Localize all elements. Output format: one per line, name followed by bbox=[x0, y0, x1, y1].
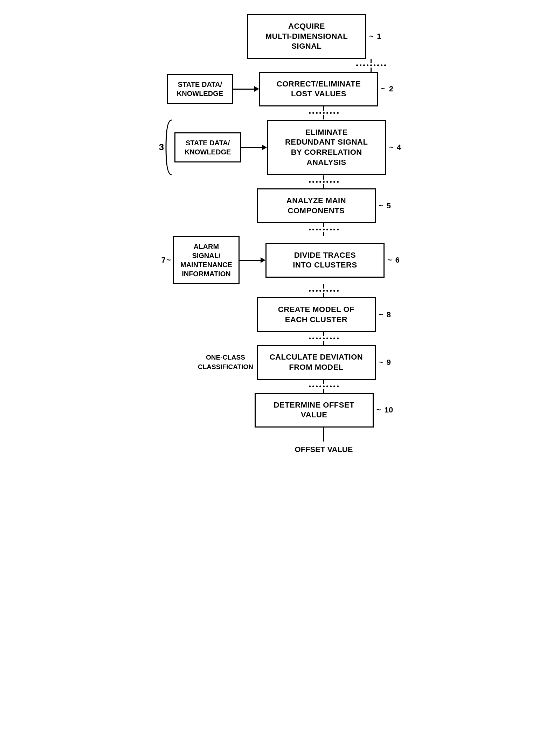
dots-1-2 bbox=[356, 59, 386, 72]
dots-9-10 bbox=[309, 380, 339, 393]
connector-8-9 bbox=[123, 332, 438, 345]
output-row: OFFSET VALUE bbox=[123, 442, 438, 454]
dots-2-4 bbox=[309, 106, 339, 119]
box-5-label: ANALYZE MAIN COMPONENTS bbox=[286, 196, 346, 215]
final-vline bbox=[323, 428, 324, 442]
output-label: OFFSET VALUE bbox=[295, 445, 353, 454]
box-6: DIVIDE TRACES INTO CLUSTERS bbox=[265, 243, 385, 278]
box-8: CREATE MODEL OF EACH CLUSTER bbox=[257, 297, 376, 332]
row-5: ANALYZE MAIN COMPONENTS ~ 5 bbox=[123, 188, 438, 223]
occ-label: ONE-CLASS CLASSIFICATION bbox=[198, 353, 253, 372]
row-1: ACQUIRE MULTI-DIMENSIONAL SIGNAL ~ 1 bbox=[123, 14, 438, 59]
row-9: ONE-CLASS CLASSIFICATION CALCULATE DEVIA… bbox=[123, 345, 438, 380]
ref-1: 1 bbox=[377, 32, 381, 41]
side-box-4-label: STATE DATA/ KNOWLEDGE bbox=[185, 139, 231, 156]
ref-6: 6 bbox=[395, 256, 400, 265]
connector-1-2 bbox=[168, 59, 483, 72]
brace-label: 3 bbox=[159, 142, 164, 153]
box-5: ANALYZE MAIN COMPONENTS bbox=[257, 188, 376, 223]
ref-9: 9 bbox=[387, 358, 391, 367]
ref-4: 4 bbox=[397, 143, 401, 152]
dots-8-9 bbox=[309, 332, 339, 345]
row-8: CREATE MODEL OF EACH CLUSTER ~ 8 bbox=[123, 297, 438, 332]
side-box-7: ALARM SIGNAL/ MAINTENANCE INFORMATION bbox=[173, 236, 240, 284]
ref-5: 5 bbox=[387, 201, 391, 210]
box-2-label: CORRECT/ELIMINATE LOST VALUES bbox=[277, 79, 361, 98]
row-4: 3 STATE DATA/ KNOWLEDGE ELIMINATE REDUND… bbox=[123, 119, 438, 175]
connector-5-6 bbox=[123, 223, 438, 236]
box-2: CORRECT/ELIMINATE LOST VALUES bbox=[259, 72, 378, 106]
dots-6-8 bbox=[309, 284, 339, 297]
box-1: ACQUIRE MULTI-DIMENSIONAL SIGNAL bbox=[247, 14, 366, 59]
ref-8: 8 bbox=[387, 310, 391, 319]
connector-4-5 bbox=[123, 175, 438, 188]
diagram-container: ACQUIRE MULTI-DIMENSIONAL SIGNAL ~ 1 STA… bbox=[123, 14, 438, 454]
box-6-label: DIVIDE TRACES INTO CLUSTERS bbox=[293, 251, 357, 270]
box-8-label: CREATE MODEL OF EACH CLUSTER bbox=[278, 305, 354, 324]
ref-7-label: 7 bbox=[161, 256, 166, 265]
connector-9-10 bbox=[123, 380, 438, 393]
side-box-7-label: ALARM SIGNAL/ MAINTENANCE INFORMATION bbox=[180, 243, 232, 278]
side-box-2-label: STATE DATA/ KNOWLEDGE bbox=[177, 81, 223, 97]
box-9: CALCULATE DEVIATION FROM MODEL bbox=[257, 345, 376, 380]
box-10-label: DETERMINE OFFSET VALUE bbox=[274, 401, 354, 419]
final-line bbox=[123, 428, 438, 442]
side-box-4: STATE DATA/ KNOWLEDGE bbox=[174, 132, 241, 162]
row-2: STATE DATA/ KNOWLEDGE CORRECT/ELIMINATE … bbox=[123, 72, 438, 106]
box-10: DETERMINE OFFSET VALUE bbox=[255, 393, 374, 428]
arrow-4 bbox=[241, 145, 267, 150]
arrow-2 bbox=[233, 86, 259, 92]
row-10: DETERMINE OFFSET VALUE ~ 10 bbox=[123, 393, 438, 428]
box-1-label: ACQUIRE MULTI-DIMENSIONAL SIGNAL bbox=[265, 22, 348, 50]
arrow-6 bbox=[240, 257, 265, 263]
connector-6-8 bbox=[123, 284, 438, 297]
ref-10: 10 bbox=[385, 405, 393, 415]
dots-5-6 bbox=[309, 223, 339, 236]
row-6: 7 ~ ALARM SIGNAL/ MAINTENANCE INFORMATIO… bbox=[123, 236, 438, 284]
box-9-label: CALCULATE DEVIATION FROM MODEL bbox=[270, 353, 363, 372]
box-4-label: ELIMINATE REDUNDANT SIGNAL BY CORRELATIO… bbox=[285, 128, 368, 167]
ref-2: 2 bbox=[389, 84, 393, 93]
brace-svg bbox=[165, 119, 173, 175]
box-4: ELIMINATE REDUNDANT SIGNAL BY CORRELATIO… bbox=[267, 120, 386, 175]
side-box-2: STATE DATA/ KNOWLEDGE bbox=[167, 74, 233, 104]
connector-2-4 bbox=[123, 106, 438, 119]
dots-4-5 bbox=[309, 175, 339, 188]
